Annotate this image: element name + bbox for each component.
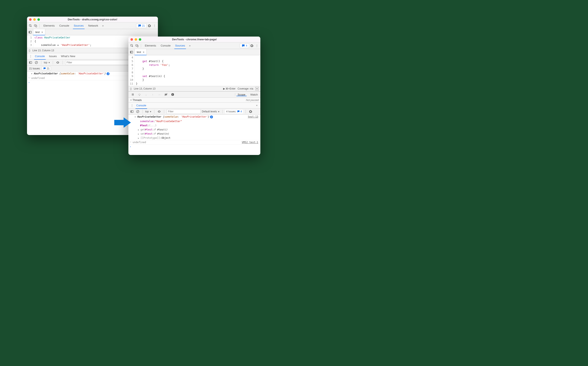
close-window-icon[interactable] <box>29 18 31 21</box>
device-toggle-icon[interactable] <box>135 43 139 48</box>
more-tabs-icon[interactable]: » <box>100 23 105 28</box>
step-out-icon[interactable]: ↑ <box>150 92 155 97</box>
svg-rect-14 <box>133 93 134 96</box>
object-property[interactable]: someValue: "HasPrivateGetter" <box>128 119 260 123</box>
object-property[interactable]: ▶ [[Prototype]]: Object <box>128 136 260 140</box>
navigator-toggle-icon[interactable] <box>128 49 135 55</box>
drawer-menu-icon[interactable]: ⋮ <box>130 103 134 108</box>
tab-watch[interactable]: Watch <box>248 93 260 96</box>
zoom-window-icon[interactable] <box>139 38 141 41</box>
drawer-tab-console[interactable]: Console <box>33 53 47 60</box>
live-expression-icon[interactable] <box>157 109 161 114</box>
object-property[interactable]: #test: (...) <box>128 123 260 128</box>
return-arrow-icon: <· <box>28 77 31 79</box>
live-expression-icon[interactable] <box>55 60 60 65</box>
svg-rect-16 <box>172 94 173 95</box>
tab-scope[interactable]: Scope <box>235 93 248 96</box>
tab-console[interactable]: Console <box>159 42 173 49</box>
step-into-icon[interactable]: ↓ <box>144 92 148 97</box>
close-icon[interactable]: × <box>41 30 43 34</box>
pause-icon[interactable] <box>130 92 135 97</box>
step-over-icon[interactable] <box>137 92 142 97</box>
pause-on-exceptions-icon[interactable] <box>170 92 175 97</box>
minimize-window-icon[interactable] <box>135 38 137 41</box>
expand-icon[interactable]: ▶ <box>138 133 140 135</box>
svg-marker-4 <box>29 32 30 33</box>
issues-label: 21 Issues: <box>29 67 40 70</box>
close-icon[interactable]: × <box>143 51 145 54</box>
minimize-window-icon[interactable] <box>33 18 36 21</box>
file-tab-test[interactable]: test × <box>135 49 147 55</box>
tab-sources[interactable]: Sources <box>173 42 187 49</box>
inspect-icon[interactable] <box>130 43 134 48</box>
settings-icon[interactable] <box>147 23 152 28</box>
console-settings-icon[interactable] <box>248 109 253 114</box>
code-content[interactable]: get #test() { return 'foo'; } set #test(… <box>135 55 260 86</box>
braces-button[interactable]: {} <box>29 49 30 52</box>
expand-icon[interactable]: ▼ <box>135 116 137 118</box>
svg-marker-12 <box>130 52 131 53</box>
object-property[interactable]: ▶ set #test: f #test(n) <box>128 132 260 136</box>
filter-input[interactable] <box>167 109 201 114</box>
expand-icon[interactable]: ▼ <box>31 73 33 75</box>
console-prompt[interactable]: › <box>128 145 260 146</box>
close-drawer-icon[interactable]: × <box>254 103 259 108</box>
drawer-menu-icon[interactable]: ⋮ <box>28 54 33 59</box>
main-toolbar: Elements Console Sources » 4 ⋮ <box>128 42 260 49</box>
deactivate-breakpoints-icon[interactable] <box>164 92 168 97</box>
zoom-window-icon[interactable] <box>37 18 40 21</box>
issues-chip[interactable]: 21 <box>42 67 51 71</box>
settings-icon[interactable] <box>250 43 254 48</box>
kebab-menu-icon[interactable]: ⋮ <box>254 43 259 48</box>
tab-network[interactable]: Network <box>86 23 100 29</box>
issues-badge[interactable]: 4 <box>240 43 249 48</box>
braces-button[interactable]: {} <box>130 87 132 90</box>
run-snippet-button[interactable]: ▶ ⌘+Enter <box>223 87 236 90</box>
drawer-tab-console[interactable]: Console <box>134 102 148 109</box>
object-property[interactable]: ▶ get #test: f #test() <box>128 128 260 132</box>
info-icon[interactable]: i <box>107 72 109 75</box>
context-dropdown[interactable]: top▼ <box>44 61 50 64</box>
close-window-icon[interactable] <box>130 38 133 41</box>
file-tab-test[interactable]: test × <box>33 29 45 35</box>
clear-console-icon[interactable] <box>136 109 140 114</box>
context-dropdown[interactable]: top▼ <box>145 110 152 113</box>
clear-console-icon[interactable] <box>34 60 39 65</box>
titlebar: DevTools - chrome://new-tab-page/ <box>128 37 260 42</box>
file-tabs: test × <box>27 29 158 35</box>
tab-elements[interactable]: Elements <box>41 23 57 29</box>
navigator-toggle-icon[interactable] <box>27 29 33 35</box>
expand-icon[interactable]: ▼ <box>130 99 132 101</box>
levels-dropdown[interactable]: Default levels▼ <box>202 110 220 113</box>
main-toolbar: Elements Console Sources Network » 21 ⋮ <box>27 23 158 29</box>
editor-statusbar: {} Line 13, Column 13 ▶ ⌘+Enter Coverage… <box>128 86 260 92</box>
kebab-menu-icon[interactable]: ⋮ <box>152 23 157 28</box>
collapse-icon[interactable]: ▼ <box>255 87 259 90</box>
devtools-window-right: DevTools - chrome://new-tab-page/ Elemen… <box>128 37 260 155</box>
inspect-icon[interactable] <box>28 23 33 28</box>
threads-section[interactable]: ▼ Threads Not paused <box>128 98 260 103</box>
traffic-lights <box>130 38 141 41</box>
drawer-tab-issues[interactable]: Issues <box>47 53 59 60</box>
tab-elements[interactable]: Elements <box>143 42 158 49</box>
svg-rect-2 <box>36 25 37 27</box>
info-icon[interactable]: i <box>210 115 213 118</box>
code-editor[interactable]: 4 5 6 7 8 9 10 11 get #test() { return '… <box>128 55 260 86</box>
tab-console[interactable]: Console <box>57 23 71 29</box>
more-tabs-icon[interactable]: » <box>188 43 192 48</box>
issues-badge[interactable]: 21 <box>136 23 147 28</box>
source-link[interactable]: VM52 test:1 <box>242 141 258 144</box>
console-row-undefined: <· undefined VM52 test:1 <box>128 140 260 145</box>
tab-sources[interactable]: Sources <box>72 23 86 29</box>
device-toggle-icon[interactable] <box>33 23 38 28</box>
svg-rect-13 <box>132 93 133 96</box>
console-sidebar-icon[interactable] <box>28 60 33 65</box>
source-link[interactable]: test:13 <box>248 115 258 118</box>
issues-chip[interactable]: 4 Issues: 4 <box>225 110 243 114</box>
drawer-tab-whatsnew[interactable]: What's New <box>59 53 77 60</box>
expand-icon[interactable]: ▶ <box>138 129 140 131</box>
console-row-object[interactable]: ▼ HasPrivateGetter {someValue: 'HasPriva… <box>128 115 260 119</box>
step-icon[interactable]: →· <box>157 92 162 97</box>
expand-icon[interactable]: ▶ <box>138 137 140 139</box>
console-sidebar-icon[interactable] <box>130 109 134 114</box>
